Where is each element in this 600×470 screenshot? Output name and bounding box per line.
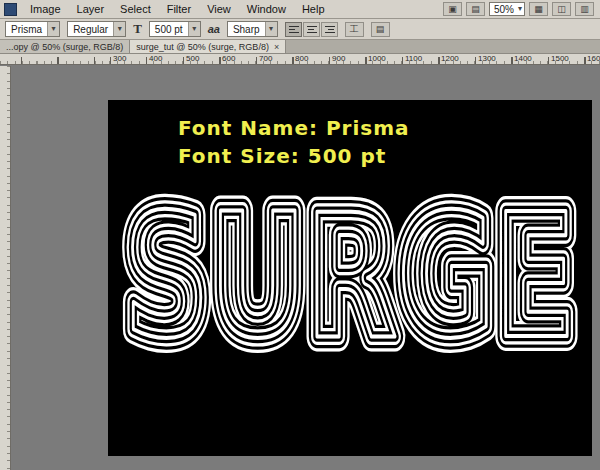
photoshop-window: Image Layer Select Filter View Window He… <box>0 0 600 470</box>
ruler-label: 800 <box>295 54 308 63</box>
menu-window[interactable]: Window <box>239 1 294 17</box>
ruler-label: 1100 <box>405 54 422 63</box>
ruler-label: 1000 <box>368 54 386 63</box>
font-size-select[interactable]: 500 pt ▾ <box>149 21 201 37</box>
menu-image[interactable]: Image <box>22 1 69 17</box>
chevron-down-icon: ▾ <box>265 22 277 36</box>
warp-text-icon[interactable]: 工 <box>345 22 364 37</box>
ruler-label: 1300 <box>478 54 496 63</box>
zoom-level-value: 50% <box>494 4 514 15</box>
document-canvas[interactable]: Font Name: Prisma Font Size: 500 pt SURG… <box>108 100 592 456</box>
screen-mode-icon[interactable]: ◫ <box>552 2 571 16</box>
workspace: Font Name: Prisma Font Size: 500 pt SURG… <box>0 66 600 470</box>
menu-layer[interactable]: Layer <box>69 1 113 17</box>
align-right-button[interactable] <box>321 22 338 37</box>
zoom-level-input[interactable]: 50% ▾ <box>489 2 525 16</box>
chevron-down-icon: ▾ <box>113 22 125 36</box>
ruler-label: 400 <box>149 54 162 63</box>
annotation-font-size: Font Size: 500 pt <box>178 144 386 168</box>
font-family-select[interactable]: Prisma ▾ <box>5 21 60 37</box>
app-bar-tools: ▣ ▤ 50% ▾ ▦ ◫ ▥ <box>443 2 596 16</box>
options-bar: Prisma ▾ Regular ▾ T 500 pt ▾ aa Sharp ▾… <box>0 19 600 40</box>
text-align-group <box>285 22 338 37</box>
menu-view[interactable]: View <box>199 1 239 17</box>
close-icon[interactable]: × <box>274 42 279 52</box>
ruler-label: 900 <box>332 54 345 63</box>
font-size-icon: T <box>133 21 142 37</box>
menu-help[interactable]: Help <box>294 1 333 17</box>
ruler-label: 1500 <box>551 54 569 63</box>
ruler-label: 1400 <box>514 54 532 63</box>
menu-select[interactable]: Select <box>112 1 159 17</box>
ruler-label: 700 <box>259 54 272 63</box>
tab-title: ...opy @ 50% (surge, RGB/8) <box>6 42 123 52</box>
ruler-label: 300 <box>113 54 126 63</box>
view-extras-icon[interactable]: ▤ <box>466 2 485 16</box>
font-size-value: 500 pt <box>150 24 188 35</box>
anti-alias-icon: aa <box>208 23 220 35</box>
chevron-down-icon: ▾ <box>47 22 59 36</box>
ruler-label: 1200 <box>441 54 459 63</box>
workspace-switcher-icon[interactable]: ▥ <box>575 2 594 16</box>
ruler-label: 500 <box>186 54 199 63</box>
align-center-button[interactable] <box>303 22 320 37</box>
menu-filter[interactable]: Filter <box>159 1 199 17</box>
launch-bridge-icon[interactable]: ▣ <box>443 2 462 16</box>
chevron-down-icon: ▾ <box>188 22 200 36</box>
font-family-value: Prisma <box>6 24 47 35</box>
toggle-palettes-icon[interactable]: ▤ <box>371 22 390 37</box>
ruler-label: 1600 <box>587 54 600 63</box>
headline-text-art: SURGE SURGE SURGE SURGE SURGE <box>108 186 592 416</box>
ruler-label: 600 <box>222 54 235 63</box>
document-tab-active[interactable]: surge_tut @ 50% (surge, RGB/8) × <box>130 40 286 53</box>
tab-title: surge_tut @ 50% (surge, RGB/8) <box>136 42 269 52</box>
annotation-font-name: Font Name: Prisma <box>178 116 410 140</box>
anti-alias-value: Sharp <box>228 24 265 35</box>
document-tab-bar: ...opy @ 50% (surge, RGB/8) surge_tut @ … <box>0 40 600 54</box>
font-style-select[interactable]: Regular ▾ <box>67 21 126 37</box>
document-tab-inactive[interactable]: ...opy @ 50% (surge, RGB/8) <box>0 40 130 53</box>
vertical-ruler <box>0 66 11 470</box>
menu-bar: Image Layer Select Filter View Window He… <box>0 0 600 19</box>
font-style-value: Regular <box>68 24 113 35</box>
align-left-button[interactable] <box>285 22 302 37</box>
anti-alias-select[interactable]: Sharp ▾ <box>227 21 278 37</box>
chevron-down-icon: ▾ <box>518 5 522 13</box>
horizontal-ruler: 300 400 500 600 700 800 900 1000 1100 12… <box>0 54 600 65</box>
svg-text:SURGE: SURGE <box>124 176 576 377</box>
arrange-documents-icon[interactable]: ▦ <box>529 2 548 16</box>
app-icon <box>4 3 17 16</box>
